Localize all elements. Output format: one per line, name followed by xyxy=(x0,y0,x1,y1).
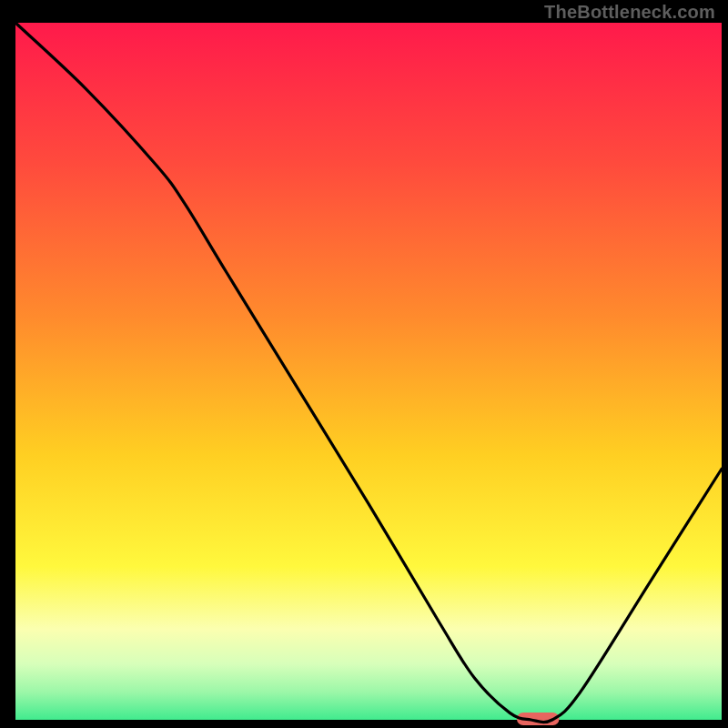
chart-frame: TheBottleneck.com xyxy=(0,0,728,728)
bottleneck-chart xyxy=(0,0,728,728)
watermark-text: TheBottleneck.com xyxy=(544,2,715,23)
